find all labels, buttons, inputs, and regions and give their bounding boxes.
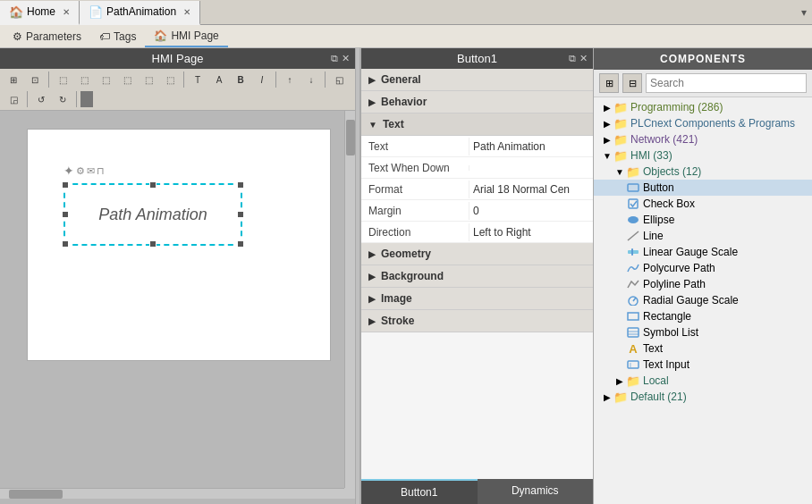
default-arrow[interactable]: ▶: [601, 392, 613, 402]
canvas-area: HMI Page ⧉ ✕ ⊞ ⊡ ⬚ ⬚ ⬚ ⬚ ⬚ ⬚ T A B I ↑ ↓: [0, 48, 355, 504]
tree-item-default[interactable]: ▶ 📁 Default (21): [594, 389, 812, 405]
hmi-tree-arrow[interactable]: ▼: [601, 151, 613, 161]
toolbar-align-top[interactable]: ⬚: [117, 71, 137, 88]
toolbar-bring-front[interactable]: ↑: [280, 71, 300, 88]
canvas-close-icon[interactable]: ✕: [342, 53, 350, 64]
handle-br[interactable]: [237, 240, 244, 248]
toolbar-undo[interactable]: ↺: [31, 90, 51, 108]
tree-item-plcnext[interactable]: ▶ 📁 PLCnext Components & Programs: [594, 115, 812, 131]
local-arrow[interactable]: ▶: [613, 376, 626, 386]
element-lock-icon[interactable]: ⊓: [97, 165, 105, 177]
tree-item-rectangle[interactable]: Rectangle: [594, 308, 812, 324]
tree-item-radial-gauge[interactable]: Radial Gauge Scale: [594, 292, 812, 308]
toolbar-align-center-v[interactable]: ⬚: [139, 71, 158, 88]
section-stroke[interactable]: ▶ Stroke: [361, 310, 593, 332]
canvas-scrollbar-v[interactable]: [344, 111, 355, 488]
props-expand-icon[interactable]: ⧉: [569, 53, 576, 64]
toolbar-sep6: [76, 91, 77, 107]
selected-element[interactable]: ✦ ⚙ ✉ ⊓ Path Animation: [63, 183, 242, 246]
prop-format-value[interactable]: Arial 18 Normal Cen: [469, 181, 593, 198]
sec-tab-tags[interactable]: 🏷 Tags: [90, 25, 145, 47]
tree-item-polycurve[interactable]: Polycurve Path: [594, 260, 812, 276]
toolbar-snap-btn[interactable]: ⊡: [25, 71, 45, 88]
section-image[interactable]: ▶ Image: [361, 288, 593, 310]
sec-tab-hmi[interactable]: 🏠 HMI Page: [145, 25, 227, 47]
path-tab-close[interactable]: ✕: [183, 7, 190, 17]
component-tree: ▶ 📁 Programming (286) ▶ 📁 PLCnext Compon…: [594, 97, 812, 504]
tree-item-ellipse[interactable]: Ellipse: [594, 212, 812, 228]
tree-item-symbol-list[interactable]: Symbol List: [594, 324, 812, 340]
objects-arrow[interactable]: ▼: [613, 167, 626, 177]
section-geometry[interactable]: ▶ Geometry: [361, 243, 593, 265]
search-input[interactable]: [646, 73, 807, 93]
toolbar-zoom[interactable]: [80, 91, 93, 107]
handle-ml[interactable]: [62, 211, 69, 218]
v-scrollbar-thumb[interactable]: [346, 120, 355, 155]
prop-text-value[interactable]: Path Animation: [469, 138, 593, 155]
toolbar-sep2: [183, 71, 184, 88]
prop-dir-value[interactable]: Left to Right: [469, 223, 593, 241]
toolbar-ungroup[interactable]: ◲: [4, 90, 23, 108]
handle-tl[interactable]: [62, 181, 69, 189]
toolbar-font-btn[interactable]: A: [209, 71, 229, 88]
prop-twd-value[interactable]: [469, 165, 593, 171]
tab-home[interactable]: 🏠 Home ✕: [0, 1, 80, 25]
path-tab-icon: 📄: [89, 5, 103, 19]
element-settings-icon[interactable]: ⚙: [76, 165, 85, 177]
canvas-float-icon[interactable]: ⧉: [331, 53, 338, 64]
toolbar-align-center-h[interactable]: ⬚: [74, 71, 94, 88]
toolbar-grid-btn[interactable]: ⊞: [4, 71, 23, 88]
section-text[interactable]: ▼ Text: [361, 113, 593, 136]
section-background[interactable]: ▶ Background: [361, 265, 593, 288]
props-header-icons: ⧉ ✕: [569, 53, 588, 64]
text-arrow: ▼: [368, 120, 377, 130]
footer-tab-dynamics[interactable]: Dynamics: [478, 479, 594, 504]
props-footer: Button1 Dynamics: [361, 479, 593, 504]
tree-item-network[interactable]: ▶ 📁 Network (421): [594, 131, 812, 147]
handle-bm[interactable]: [149, 240, 156, 248]
handle-mr[interactable]: [237, 211, 244, 218]
toolbar-align-bottom[interactable]: ⬚: [160, 71, 180, 88]
tree-item-polyline[interactable]: Polyline Path: [594, 276, 812, 292]
tab-path-animation[interactable]: 📄 PathAnimation ✕: [80, 1, 200, 25]
programming-arrow[interactable]: ▶: [601, 103, 613, 113]
section-behavior[interactable]: ▶ Behavior: [361, 91, 593, 113]
props-close-icon[interactable]: ✕: [579, 53, 588, 64]
sec-tab-parameters[interactable]: ⚙ Parameters: [4, 25, 90, 47]
network-arrow[interactable]: ▶: [601, 135, 613, 145]
toolbar-text-btn[interactable]: T: [188, 71, 207, 88]
toolbar-group[interactable]: ◱: [329, 71, 349, 88]
toolbar-align-left[interactable]: ⬚: [53, 71, 72, 88]
tree-item-text-input[interactable]: I Text Input: [594, 357, 812, 373]
tree-item-linear-gauge[interactable]: Linear Gauge Scale: [594, 244, 812, 260]
tree-item-local[interactable]: ▶ 📁 Local: [594, 373, 812, 389]
plcnext-arrow[interactable]: ▶: [601, 119, 613, 129]
tree-item-programming[interactable]: ▶ 📁 Programming (286): [594, 99, 812, 115]
toolbar-send-back[interactable]: ↓: [301, 71, 321, 88]
props-scroll[interactable]: ▶ General ▶ Behavior ▼ Text Text Path An…: [361, 69, 593, 479]
canvas-scrollbar-h[interactable]: [0, 488, 344, 499]
handle-tr[interactable]: [237, 181, 244, 189]
props-title: Button1: [457, 52, 497, 65]
toolbar-redo[interactable]: ↻: [53, 90, 72, 108]
toolbar-bold[interactable]: B: [231, 71, 250, 88]
element-mail-icon[interactable]: ✉: [87, 165, 95, 177]
tree-item-objects[interactable]: ▼ 📁 Objects (12): [594, 164, 812, 180]
tree-item-hmi[interactable]: ▼ 📁 HMI (33): [594, 147, 812, 164]
h-scrollbar-thumb[interactable]: [9, 490, 63, 499]
toolbar-italic[interactable]: I: [252, 71, 272, 88]
handle-bl[interactable]: [62, 240, 69, 248]
tree-item-text[interactable]: A Text: [594, 340, 812, 357]
search-collapse-icon[interactable]: ⊟: [622, 73, 642, 93]
handle-tm[interactable]: [149, 181, 156, 189]
prop-margin-value[interactable]: 0: [469, 202, 593, 220]
tree-item-button[interactable]: Button: [594, 180, 812, 196]
tab-scroll-arrow[interactable]: ▾: [796, 6, 812, 19]
search-expand-icon[interactable]: ⊞: [599, 73, 619, 93]
footer-tab-button1[interactable]: Button1: [361, 479, 478, 504]
section-general[interactable]: ▶ General: [361, 69, 593, 91]
tree-item-line[interactable]: Line: [594, 228, 812, 244]
canvas-content[interactable]: ✦ ⚙ ✉ ⊓ Path Animation: [0, 111, 355, 499]
tree-item-checkbox[interactable]: Check Box: [594, 196, 812, 212]
toolbar-align-right[interactable]: ⬚: [96, 71, 115, 88]
